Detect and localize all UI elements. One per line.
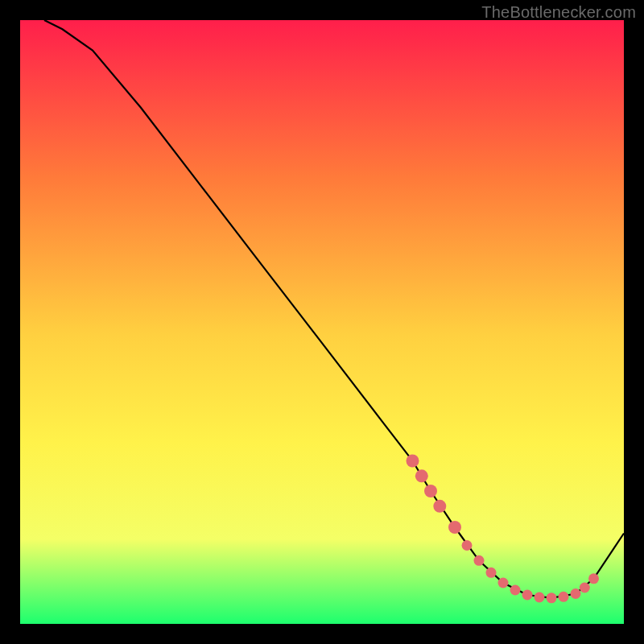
data-point — [571, 588, 581, 599]
data-point — [415, 469, 428, 482]
data-point — [580, 583, 590, 593]
data-point — [535, 592, 545, 603]
data-point — [547, 592, 557, 603]
data-point — [424, 485, 437, 497]
data-point — [510, 585, 521, 596]
plot-area — [20, 20, 624, 624]
data-point — [498, 578, 509, 588]
data-point — [486, 568, 497, 578]
data-point — [588, 573, 599, 584]
data-point — [559, 592, 569, 602]
data-point — [448, 521, 461, 534]
data-point — [433, 500, 446, 513]
data-point — [407, 455, 419, 468]
data-point — [522, 590, 533, 601]
bottleneck-chart: TheBottlenecker.com — [0, 0, 644, 644]
chart-svg — [0, 0, 644, 644]
attribution-text: TheBottlenecker.com — [481, 3, 636, 22]
data-point — [462, 540, 473, 551]
data-point — [474, 555, 485, 566]
